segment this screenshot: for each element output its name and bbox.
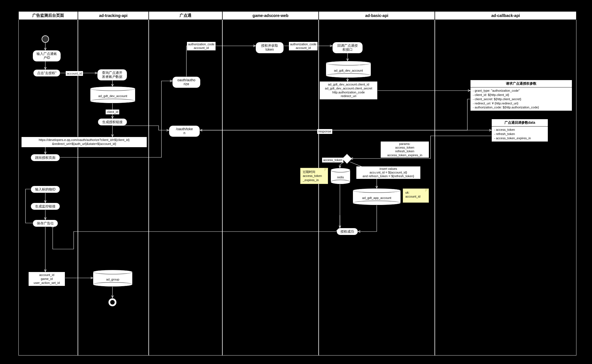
lane-h-4: ad-basic-api xyxy=(319,11,435,20)
panel-cb: 广点通回调参数data - access_token- refresh_toke… xyxy=(491,119,548,142)
db-group: ad_group xyxy=(93,270,133,287)
t: client_id xyxy=(107,110,118,114)
t: 过期时间access_token_expires_in xyxy=(303,170,322,182)
t: ad_gdt_app_account xyxy=(362,196,391,200)
node-auth-url: https://developers.e.qq.com/oauth/author… xyxy=(21,137,147,147)
lane-h-5: ad-callback-api xyxy=(435,11,576,20)
t: 授权成功 xyxy=(340,230,354,234)
t: 保存广告位 xyxy=(37,221,54,225)
lane-h-1: ad-tracking-api xyxy=(78,11,149,20)
t: account_idgame_iduser_action_set_id xyxy=(34,273,60,285)
t: 跳转授权页面 xyxy=(35,156,56,160)
lane-title: 广告监测后台页面 xyxy=(32,13,64,18)
lbl-authcode2: authorization_codeaccount_id xyxy=(289,42,318,50)
lane-b-3 xyxy=(222,20,319,356)
node-callback-if: 回调广点通授权接口 xyxy=(332,42,363,53)
db-dev2: ad_gdt_dev_account xyxy=(326,61,371,78)
t: 输入广点通账户ID xyxy=(37,52,57,60)
lbl-insert: insert valuesaccount_id = ${account_id}a… xyxy=(356,166,420,179)
t: - access_token- refresh_token- access_to… xyxy=(494,128,531,140)
t: account_id xyxy=(67,72,82,75)
node-oauth-token: /oauth/token xyxy=(169,125,200,137)
t: /oauth/token xyxy=(176,127,193,135)
node-ag-params: account_idgame_iduser_action_set_id xyxy=(28,272,65,286)
note-uk: uk:account_id xyxy=(403,189,429,203)
db-dev1: ad_gdt_dev_account xyxy=(90,86,135,103)
lane-h-0: 广告监测后台页面 xyxy=(18,11,78,20)
t: 回调广点通授权接口 xyxy=(337,44,358,52)
t: - grant_type: "authorization_code"- clie… xyxy=(473,89,539,109)
lane-title: 广点通 xyxy=(180,13,191,18)
node-oauth-authorize: oauth/authorize xyxy=(172,76,201,88)
t: 查询广点通开发者账户数据 xyxy=(102,71,122,79)
t: params:access_tokenrefresh_tokenaccess_t… xyxy=(387,142,422,157)
lbl-access-token: access_token xyxy=(322,158,343,162)
lbl-account-id: account_id xyxy=(66,71,83,76)
t: access_token xyxy=(323,158,342,162)
t: authorization_codeaccount_id xyxy=(290,42,316,50)
panel-req: 请求广点通授权参数 - grant_type: "authorization_c… xyxy=(470,80,572,111)
node-query-dev: 查询广点通开发者账户数据 xyxy=(97,69,127,81)
diagram-canvas: 广告监测后台页面 ad-tracking-api 广点通 game-adscor… xyxy=(0,0,592,364)
node-get-token: 授权并获取token xyxy=(255,42,284,53)
t: redis xyxy=(337,175,344,179)
t: ad_gdt_dev_account.client_idad_gdt_dev_a… xyxy=(325,83,372,98)
lane-b-2 xyxy=(149,20,222,356)
db-app: ad_gdt_app_account xyxy=(353,188,401,205)
t: 输入标的物ID xyxy=(35,187,56,191)
lbl-authcode1: authorization_codeaccount_id xyxy=(187,42,216,50)
db-redis: redis xyxy=(331,168,350,184)
node-input-account: 输入广点通账户ID xyxy=(33,50,61,62)
node-save-ad: 保存广告位 xyxy=(33,220,58,227)
lane-title: game-adscore-web xyxy=(253,13,289,18)
node-dev-params: ad_gdt_dev_account.client_idad_gdt_dev_a… xyxy=(320,81,378,100)
lbl-params: params:access_tokenrefresh_tokenaccess_t… xyxy=(381,142,429,158)
note-expire: 过期时间access_token_expires_in xyxy=(300,168,328,184)
lane-h-2: 广点通 xyxy=(149,11,222,20)
node-click-auth: 点击"去授权" xyxy=(33,69,60,77)
t: ad_gdt_dev_account xyxy=(334,69,363,72)
start-node xyxy=(42,35,49,43)
t: 点击"去授权" xyxy=(37,71,57,75)
node-auth-ok: 授权成功 xyxy=(337,228,358,235)
panel-req-body: - grant_type: "authorization_code"- clie… xyxy=(470,87,572,111)
end-node xyxy=(108,298,117,307)
t: insert valuesaccount_id = ${account_id}a… xyxy=(363,167,414,178)
node-jump-page: 跳转授权页面 xyxy=(31,154,60,161)
lane-title: ad-tracking-api xyxy=(99,13,127,18)
t: uk:account_id xyxy=(405,191,420,198)
lane-h-3: game-adscore-web xyxy=(222,11,319,20)
t: response xyxy=(318,130,331,133)
lbl-client-id: client_id xyxy=(106,110,119,114)
lane-title: ad-basic-api xyxy=(365,13,388,18)
lane-b-5 xyxy=(435,20,576,356)
t: 生成授权链接 xyxy=(102,120,123,124)
node-gen-monitor: 生成监控链接 xyxy=(31,203,60,210)
t: https://developers.e.qq.com/oauth/author… xyxy=(39,138,130,146)
t: oauth/authorize xyxy=(177,78,195,86)
t: 广点通回调参数data xyxy=(504,121,535,125)
lane-title: ad-callback-api xyxy=(491,13,520,18)
node-input-target: 输入标的物ID xyxy=(31,186,60,193)
t: 授权并获取token xyxy=(261,44,278,52)
t: 请求广点通授权参数 xyxy=(506,82,536,85)
t: 生成监控链接 xyxy=(35,204,56,208)
t: ad_group xyxy=(106,278,120,281)
node-gen-auth-link: 生成授权链接 xyxy=(98,118,127,126)
panel-cb-body: - access_token- refresh_token- access_to… xyxy=(492,127,548,142)
t: authorization_codeaccount_id xyxy=(188,42,214,50)
t: ad_gdt_dev_account xyxy=(98,94,127,98)
lbl-response: response xyxy=(317,129,332,134)
